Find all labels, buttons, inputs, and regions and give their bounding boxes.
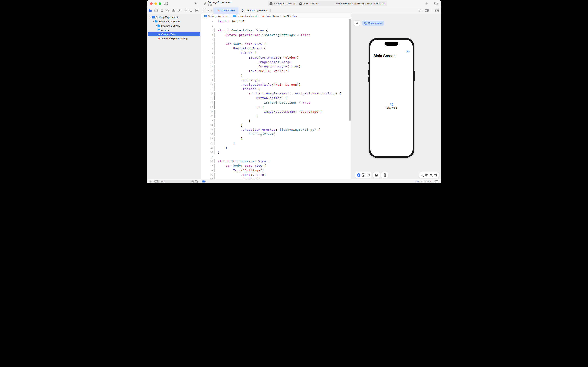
settings-gear-icon[interactable] <box>406 50 410 53</box>
scheme-destination-bar[interactable]: SettingsExperiment 〉 iPhone 16 Pro Setti… <box>268 1 387 6</box>
preview-screen[interactable]: Main Screen Hello, world! <box>370 40 413 156</box>
source-editor[interactable]: 1import SwiftUI23struct ContentView: Vie… <box>201 18 351 179</box>
code-line-21[interactable]: 21 Image(systemName: "gearshape") <box>201 109 351 114</box>
code-line-5[interactable]: 5 <box>201 37 351 42</box>
code-line-26[interactable]: 26 SettingsView() <box>201 132 351 136</box>
navigator-tab-issues-icon[interactable] <box>172 9 175 12</box>
code-line-15[interactable]: 15 .navigationTitle("Main Screen") <box>201 83 351 87</box>
back-chevron-icon[interactable]: ‹ <box>208 9 209 12</box>
editor-only-icon[interactable] <box>435 180 438 183</box>
zoom-in-button[interactable] <box>434 173 437 177</box>
navigator-tab-find-icon[interactable] <box>166 9 169 12</box>
editor-layout-icon[interactable] <box>434 2 438 5</box>
recent-files-clock-icon[interactable] <box>191 180 194 183</box>
filter-options-icon[interactable] <box>154 180 159 183</box>
code-line-17[interactable]: 17 ToolbarItem(placement: .navigationBar… <box>201 91 351 96</box>
code-line-10[interactable]: 10 .imageScale(.large) <box>201 60 351 64</box>
zoom-window-button[interactable] <box>159 2 161 5</box>
code-line-12[interactable]: 12 Text("Hello, world!") <box>201 69 351 73</box>
editor-tab-settingsexperiment[interactable]: SettingsExperiment <box>238 7 270 14</box>
code-line-27[interactable]: 27 } <box>201 136 351 141</box>
editor-scrollbar[interactable] <box>349 19 351 121</box>
code-line-36[interactable]: 36 .padding() <box>201 177 351 179</box>
code-line-1[interactable]: 1import SwiftUI <box>201 19 351 24</box>
line-number: 22 <box>201 114 213 118</box>
disclosure-down-icon[interactable] <box>153 21 155 22</box>
preview-tab-chip[interactable]: ContentView <box>362 21 384 26</box>
code-line-4[interactable]: 4 @State private var isShowingSettings =… <box>201 33 351 37</box>
disclosure-down-icon[interactable] <box>150 17 151 18</box>
toggles-button[interactable] <box>375 173 378 176</box>
navigator-filter-field[interactable]: Filter <box>153 180 199 183</box>
navigator-tab-source-control-icon[interactable] <box>154 9 158 12</box>
code-line-11[interactable]: 11 .foregroundStyle(.tint) <box>201 64 351 69</box>
zoom-out-button[interactable] <box>420 173 424 177</box>
code-line-14[interactable]: 14 .padding() <box>201 78 351 83</box>
code-line-25[interactable]: 25 .sheet(isPresented: $isShowingSetting… <box>201 127 351 132</box>
device-button[interactable] <box>384 173 386 177</box>
tree-item-assets[interactable]: Assets <box>147 28 201 32</box>
breadcrumb-item[interactable]: SettingsExperiment <box>204 15 228 17</box>
code-line-34[interactable]: 34 Text("Settings") <box>201 168 351 173</box>
variants-button[interactable] <box>367 174 370 176</box>
run-destination[interactable]: iPhone 16 Pro <box>303 2 318 5</box>
code-line-3[interactable]: 3struct ContentView: View { <box>201 28 351 33</box>
code-line-23[interactable]: 23 } <box>201 118 351 123</box>
change-bar <box>214 110 215 114</box>
close-window-button[interactable] <box>150 2 153 5</box>
navigator-tab-debug-icon[interactable] <box>184 9 187 12</box>
navigator-tab-project-icon[interactable] <box>149 9 152 12</box>
forward-chevron-icon[interactable]: › <box>211 9 212 12</box>
code-line-28[interactable]: 28 } <box>201 141 351 145</box>
add-file-plus-icon[interactable] <box>149 180 152 183</box>
pin-preview-button[interactable] <box>354 21 360 26</box>
code-line-6[interactable]: 6 var body: some View { <box>201 42 351 46</box>
navigator-tab-tests-icon[interactable] <box>178 9 181 12</box>
breadcrumb-item[interactable]: SettingsExperiment <box>233 15 257 17</box>
tree-item-settingsexperiment[interactable]: SettingsExperiment <box>147 19 201 24</box>
code-line-9[interactable]: 9 Image(systemName: "globe") <box>201 55 351 60</box>
breadcrumb-item[interactable]: No Selection <box>284 15 297 17</box>
toggle-navigator-icon[interactable] <box>164 2 168 5</box>
code-line-2[interactable]: 2 <box>201 24 351 28</box>
code-line-20[interactable]: 20 }) { <box>201 105 351 109</box>
code-line-16[interactable]: 16 .toolbar { <box>201 87 351 91</box>
code-line-22[interactable]: 22 } <box>201 114 351 118</box>
add-editor-plus-icon[interactable] <box>425 2 428 5</box>
navigator-tab-bookmarks-icon[interactable] <box>160 9 164 12</box>
minimize-window-button[interactable] <box>154 2 157 5</box>
zoom-actual-button[interactable] <box>425 173 428 177</box>
play-button[interactable] <box>357 173 361 177</box>
code-line-13[interactable]: 13 } <box>201 73 351 78</box>
code-line-30[interactable]: 30} <box>201 150 351 155</box>
code-line-33[interactable]: 33 var body: some View { <box>201 164 351 168</box>
editor-tab-contentview[interactable]: ContentView <box>213 7 238 14</box>
breakpoints-toggle-icon[interactable] <box>202 180 206 183</box>
adjust-editor-options-icon[interactable] <box>425 9 429 12</box>
code-line-24[interactable]: 24 } <box>201 123 351 127</box>
code-line-32[interactable]: 32struct SettingsView: View { <box>201 159 351 164</box>
live-preview-button[interactable] <box>362 173 365 177</box>
split-editor-icon[interactable] <box>435 9 439 12</box>
navigator-tab-breakpoints-icon[interactable] <box>189 9 193 12</box>
git-branch-icon <box>204 1 207 5</box>
code-line-19[interactable]: 19 isShowingSettings = true <box>201 100 351 105</box>
swap-editor-icon[interactable] <box>419 9 422 12</box>
code-line-29[interactable]: 29 } <box>201 146 351 150</box>
tree-item-settingsexperimentapp[interactable]: SettingsExperimentApp <box>147 36 201 41</box>
source-control-changes-icon[interactable] <box>195 180 198 183</box>
run-button[interactable] <box>194 2 197 5</box>
code-line-35[interactable]: 35 .font(.title) <box>201 173 351 177</box>
code-line-31[interactable]: 31 <box>201 155 351 159</box>
code-line-18[interactable]: 18 Button(action: { <box>201 96 351 100</box>
related-items-icon[interactable] <box>203 9 206 12</box>
tree-item-settingsexperiment[interactable]: SettingsExperiment <box>147 15 201 19</box>
tree-item-contentview[interactable]: ContentView <box>147 32 201 36</box>
breadcrumb-item[interactable]: ContentView <box>262 15 279 17</box>
code-line-8[interactable]: 8 VStack { <box>201 51 351 55</box>
zoom-fit-button[interactable] <box>430 173 433 177</box>
code-line-7[interactable]: 7 NavigationStack { <box>201 46 351 51</box>
navigator-tab-reports-icon[interactable] <box>195 9 199 12</box>
scheme-name[interactable]: SettingsExperiment <box>274 2 295 5</box>
tree-item-preview-content[interactable]: Preview Content <box>147 24 201 28</box>
